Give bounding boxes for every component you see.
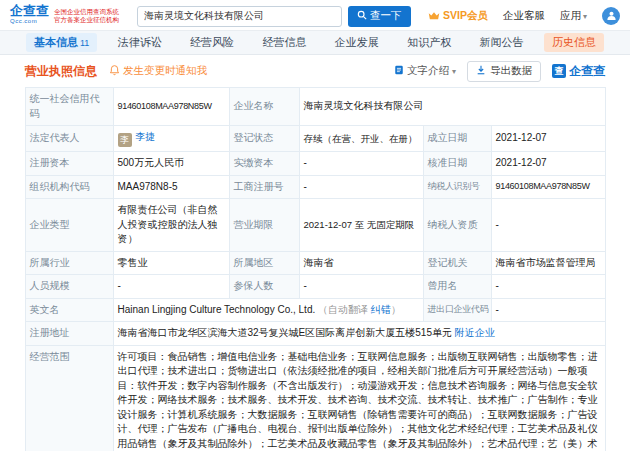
staff-size-label: 人员规模 [25, 275, 113, 299]
table-row: 人员规模 - 参保人数 - 曾用名 - [25, 275, 605, 299]
est-date-value: 2021-12-07 [491, 126, 605, 152]
tab-basic-info-label: 基本信息 [34, 36, 78, 48]
tab-operation[interactable]: 经营信息 [254, 33, 314, 52]
qcc-logo[interactable]: 企查查 Qcc.com [10, 5, 49, 27]
bell-icon [109, 64, 120, 78]
credit-code-value: 91460108MAA978N85W [113, 88, 229, 126]
download-icon [476, 65, 486, 77]
org-code-label: 组织机构代码 [25, 175, 113, 199]
export-button[interactable]: 导出数据 [467, 61, 541, 82]
auto-translate-note-close: ） [391, 304, 401, 315]
region-value: 海南省 [299, 251, 423, 275]
former-name-value: - [491, 275, 605, 299]
english-name-text: Hainan Lingjing Culture Technology Co., … [118, 304, 316, 315]
qcc-watermark-icon: 查 [552, 64, 566, 78]
person-icon [606, 10, 617, 23]
customer-service-link[interactable]: 企业客服 [503, 9, 545, 23]
credit-code-label: 统一社会信用代码 [25, 88, 113, 126]
chevron-down-icon: ▾ [452, 67, 456, 76]
org-code-value: MAA978N8-5 [113, 175, 229, 199]
table-row: 统一社会信用代码 91460108MAA978N85W 企业名称 海南灵境文化科… [25, 88, 605, 126]
search-input[interactable] [137, 6, 342, 27]
qcc-logo-text: 企查查 [10, 5, 49, 16]
scope-value: 许可项目：食品销售；增值电信业务；基础电信业务；互联网信息服务；出版物互联网销售… [113, 345, 605, 451]
chevron-down-icon: ▾ [583, 12, 587, 21]
customer-service-label: 企业客服 [503, 9, 545, 23]
tab-ip[interactable]: 知识产权 [399, 33, 459, 52]
company-name-label: 企业名称 [229, 88, 299, 126]
taxpayer-id-label: 纳税人识别号 [423, 175, 491, 199]
section-header: 营业执照信息 发生变更时通知我 文字介绍 ▾ 导出数据 查 企查查 [0, 55, 630, 87]
reg-status-label: 登记状态 [229, 126, 299, 152]
header-right: SVIP会员 企业客服 应用 ▾ [428, 7, 620, 25]
tab-basic-info[interactable]: 基本信息11 [26, 33, 97, 52]
company-name-value: 海南灵境文化科技有限公司 [299, 88, 605, 126]
reg-authority-value: 海南省市场监督管理局 [491, 251, 605, 275]
reg-authority-label: 登记机关 [423, 251, 491, 275]
former-name-label: 曾用名 [423, 275, 491, 299]
legal-rep-avatar: 李 [118, 133, 132, 147]
text-intro-dropdown[interactable]: 文字介绍 ▾ [394, 64, 456, 78]
svip-link[interactable]: SVIP会员 [428, 9, 488, 23]
industry-label: 所属行业 [25, 251, 113, 275]
table-row: 注册地址 海南省海口市龙华区滨海大道32号复兴城E区国际离岸创新大厦五楼515单… [25, 322, 605, 346]
tab-legal[interactable]: 法律诉讼 [110, 33, 170, 52]
top-header: 企查查 Qcc.com 全国企业信用查询系统 官方备案企业征信机构 查一下 SV… [0, 0, 630, 30]
taxpayer-quality-label: 纳税人资质 [423, 199, 491, 252]
company-type-value: 有限责任公司（非自然人投资或控股的法人独资） [113, 199, 229, 252]
english-name-label: 英文名 [25, 298, 113, 322]
business-term-label: 营业期限 [229, 199, 299, 252]
section-title: 营业执照信息 [25, 63, 97, 80]
reg-capital-label: 注册资本 [25, 152, 113, 176]
english-name-value: Hainan Lingjing Culture Technology Co., … [113, 298, 423, 322]
main-nav: 基本信息11 法律诉讼 经营风险 经营信息 企业发展 知识产权 新闻公告 历史信… [0, 30, 630, 55]
export-button-label: 导出数据 [490, 64, 532, 78]
text-intro-icon [394, 65, 404, 77]
address-text: 海南省海口市龙华区滨海大道32号复兴城E区国际离岸创新大厦五楼515单元 [118, 327, 452, 338]
region-label: 所属地区 [229, 251, 299, 275]
apps-label: 应用 [560, 9, 581, 23]
legal-rep-value: 李李捷 [113, 126, 229, 152]
table-row: 企业类型 有限责任公司（非自然人投资或控股的法人独资） 营业期限 2021-12… [25, 199, 605, 252]
reg-status-value: 存续（在营、开业、在册） [299, 126, 423, 152]
license-table: 统一社会信用代码 91460108MAA978N85W 企业名称 海南灵境文化科… [25, 87, 606, 451]
apps-menu[interactable]: 应用 ▾ [560, 9, 587, 23]
slogan-line-1: 全国企业信用查询系统 [54, 8, 119, 16]
ie-code-label: 进出口企业代码 [423, 298, 491, 322]
scope-label: 经营范围 [25, 345, 113, 451]
tab-news[interactable]: 新闻公告 [472, 33, 532, 52]
svip-label: SVIP会员 [443, 9, 488, 23]
taxpayer-quality-value: - [491, 199, 605, 252]
slogan-line-2: 官方备案企业征信机构 [54, 16, 119, 24]
crown-icon [428, 10, 440, 22]
approval-date-value: 2021-12-07 [491, 152, 605, 176]
table-row: 法定代表人 李李捷 登记状态 存续（在营、开业、在册） 成立日期 2021-12… [25, 126, 605, 152]
tab-development[interactable]: 企业发展 [327, 33, 387, 52]
search-button[interactable]: 查一下 [348, 6, 411, 27]
table-row: 所属行业 零售业 所属地区 海南省 登记机关 海南省市场监督管理局 [25, 251, 605, 275]
legal-rep-link[interactable]: 李捷 [136, 131, 156, 142]
approval-date-label: 核准日期 [423, 152, 491, 176]
user-avatar[interactable] [602, 7, 620, 25]
search-button-label: 查一下 [370, 9, 402, 23]
tab-basic-info-badge: 11 [80, 38, 89, 48]
table-row: 组织机构代码 MAA978N8-5 工商注册号 - 纳税人识别号 9146010… [25, 175, 605, 199]
notify-change-link[interactable]: 发生变更时通知我 [109, 64, 207, 78]
company-type-label: 企业类型 [25, 199, 113, 252]
qcc-watermark: 查 企查查 [552, 63, 605, 80]
correct-link[interactable]: 纠错 [371, 304, 391, 315]
reg-capital-value: 500万元人民币 [113, 152, 229, 176]
reg-no-label: 工商注册号 [229, 175, 299, 199]
insured-count-label: 参保人数 [229, 275, 299, 299]
search-bar: 查一下 [137, 6, 411, 27]
tab-history[interactable]: 历史信息 [544, 33, 604, 52]
nearby-companies-link[interactable]: 附近企业 [455, 327, 495, 338]
tab-risk[interactable]: 经营风险 [182, 33, 242, 52]
reg-no-value: - [299, 175, 423, 199]
search-icon [357, 10, 367, 22]
qcc-watermark-label: 企查查 [569, 63, 605, 80]
insured-count-value: - [299, 275, 423, 299]
auto-translate-note: （自动翻译 [318, 304, 368, 315]
notify-change-label: 发生变更时通知我 [123, 64, 207, 78]
table-row: 经营范围 许可项目：食品销售；增值电信业务；基础电信业务；互联网信息服务；出版物… [25, 345, 605, 451]
